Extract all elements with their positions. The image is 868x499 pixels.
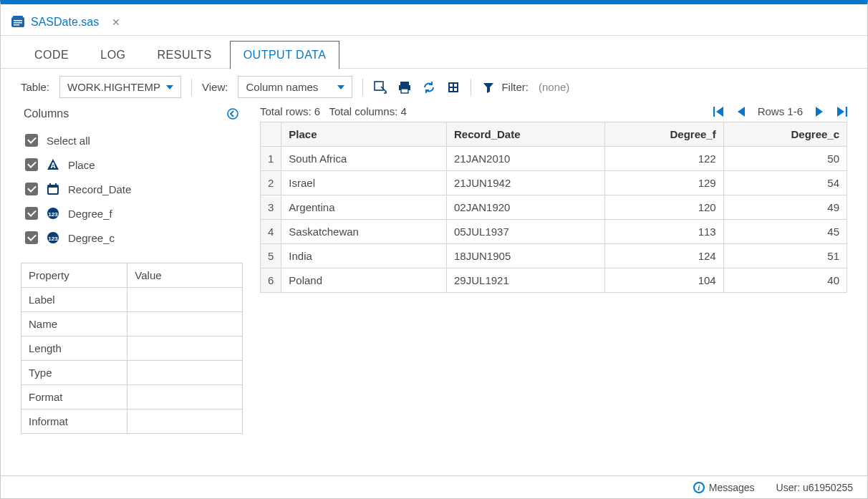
table-row[interactable]: 5 India 18JUN1905 124 51: [261, 244, 847, 268]
cell-record-date[interactable]: 02JAN1920: [447, 195, 605, 220]
svg-rect-5: [375, 82, 383, 90]
messages-button[interactable]: i Messages: [693, 482, 755, 493]
file-tab-strip: SASDate.sas ✕: [1, 4, 867, 36]
cell-degree-f[interactable]: 129: [604, 171, 723, 195]
cell-record-date[interactable]: 21JUN1942: [447, 171, 605, 195]
columns-list: Select all A Place Record_Date: [21, 128, 243, 250]
prev-page-icon[interactable]: [736, 107, 746, 117]
cell-degree-c[interactable]: 54: [723, 171, 847, 195]
svg-rect-20: [55, 183, 57, 186]
prop-value: [127, 336, 243, 361]
cell-degree-f[interactable]: 113: [604, 220, 723, 244]
cell-place[interactable]: Argentina: [281, 195, 447, 220]
prop-row-label: Informat: [21, 410, 127, 434]
prop-row-label: Type: [21, 361, 127, 385]
next-page-icon[interactable]: [814, 107, 824, 117]
caret-down-icon: [337, 85, 344, 89]
select-all-row[interactable]: Select all: [24, 128, 243, 152]
tab-log[interactable]: LOG: [87, 41, 139, 69]
prop-value: [127, 385, 243, 410]
file-tab-label: SASDate.sas: [31, 16, 99, 29]
collapse-panel-icon[interactable]: [226, 107, 240, 121]
numeric-type-icon: 123: [47, 207, 59, 220]
cell-place[interactable]: Poland: [281, 268, 447, 293]
tab-output-data[interactable]: OUTPUT DATA: [230, 41, 340, 69]
char-type-icon: A: [47, 158, 59, 171]
export-icon[interactable]: [446, 80, 460, 95]
date-type-icon: [47, 183, 59, 195]
filter-icon[interactable]: [481, 80, 496, 95]
table-row[interactable]: 6 Poland 29JUL1921 104 40: [261, 268, 847, 293]
cell-record-date[interactable]: 21JAN2010: [447, 147, 605, 171]
col-header-place[interactable]: Place: [281, 122, 447, 147]
col-header-degree-f[interactable]: Degree_f: [604, 122, 723, 147]
cell-degree-c[interactable]: 50: [723, 147, 847, 171]
row-index: 5: [261, 244, 281, 268]
checkbox-icon[interactable]: [25, 231, 38, 244]
cell-record-date[interactable]: 18JUN1905: [447, 244, 605, 268]
file-tab[interactable]: SASDate.sas ✕: [6, 11, 129, 35]
svg-rect-3: [14, 22, 22, 24]
col-header-degree-c[interactable]: Degree_c: [723, 122, 847, 147]
checkbox-icon[interactable]: [25, 134, 38, 147]
cell-degree-f[interactable]: 120: [604, 195, 723, 220]
svg-text:123: 123: [48, 211, 58, 218]
col-header-record-date[interactable]: Record_Date: [447, 122, 605, 147]
prop-value: [127, 312, 243, 336]
table-row[interactable]: 2 Israel 21JUN1942 129 54: [261, 171, 847, 195]
status-bar: i Messages User: u61950255: [1, 475, 867, 498]
tab-code[interactable]: CODE: [21, 41, 82, 69]
last-page-icon[interactable]: [836, 107, 847, 117]
data-table[interactable]: Place Record_Date Degree_f Degree_c 1 So…: [260, 122, 847, 293]
table-dropdown[interactable]: WORK.HIGHTEMP: [59, 76, 181, 98]
cell-degree-c[interactable]: 51: [723, 244, 847, 268]
column-label: Record_Date: [68, 183, 131, 195]
column-item[interactable]: Record_Date: [24, 177, 243, 201]
print-icon[interactable]: [397, 80, 412, 95]
subtab-strip: CODE LOG RESULTS OUTPUT DATA: [1, 36, 867, 69]
column-item[interactable]: 123 Degree_c: [24, 226, 243, 250]
cell-degree-f[interactable]: 124: [604, 244, 723, 268]
cell-degree-f[interactable]: 122: [604, 147, 723, 171]
row-index: 4: [261, 220, 281, 244]
svg-rect-4: [14, 24, 19, 26]
checkbox-icon[interactable]: [25, 183, 38, 195]
column-item[interactable]: A Place: [24, 152, 243, 177]
prop-row-label: Format: [21, 385, 127, 410]
checkbox-icon[interactable]: [25, 158, 38, 171]
select-all-label: Select all: [47, 135, 90, 147]
close-icon[interactable]: ✕: [112, 16, 120, 28]
open-table-icon[interactable]: [373, 80, 387, 95]
table-row[interactable]: 1 South Africa 21JAN2010 122 50: [261, 147, 847, 171]
cell-place[interactable]: Israel: [281, 171, 447, 195]
cell-place[interactable]: South Africa: [281, 147, 447, 171]
view-label: View:: [202, 81, 228, 93]
refresh-icon[interactable]: [422, 80, 436, 95]
svg-rect-6: [400, 82, 409, 85]
table-row[interactable]: 3 Argentina 02JAN1920 120 49: [261, 195, 847, 220]
cell-degree-c[interactable]: 49: [723, 195, 847, 220]
row-index-header: [261, 122, 281, 147]
prop-value: [127, 288, 243, 312]
checkbox-icon[interactable]: [25, 207, 38, 220]
user-label: User: u61950255: [776, 482, 853, 493]
column-label: Degree_c: [68, 232, 115, 244]
cell-record-date[interactable]: 05JUL1937: [447, 220, 605, 244]
first-page-icon[interactable]: [713, 107, 725, 117]
table-row[interactable]: 4 Saskatchewan 05JUL1937 113 45: [261, 220, 847, 244]
column-item[interactable]: 123 Degree_f: [24, 201, 243, 226]
cell-place[interactable]: India: [281, 244, 447, 268]
numeric-type-icon: 123: [47, 231, 59, 244]
cell-place[interactable]: Saskatchewan: [281, 220, 447, 244]
cell-record-date[interactable]: 29JUL1921: [447, 268, 605, 293]
cell-degree-f[interactable]: 104: [604, 268, 723, 293]
svg-rect-1: [13, 16, 23, 19]
prop-row-label: Length: [21, 336, 127, 361]
grid-meta-bar: Total rows: 6 Total columns: 4 Rows 1-6: [260, 105, 847, 122]
messages-label: Messages: [709, 482, 755, 493]
svg-marker-27: [738, 107, 745, 117]
tab-results[interactable]: RESULTS: [144, 41, 226, 69]
cell-degree-c[interactable]: 40: [723, 268, 847, 293]
view-dropdown[interactable]: Column names: [238, 76, 352, 98]
cell-degree-c[interactable]: 45: [723, 220, 847, 244]
